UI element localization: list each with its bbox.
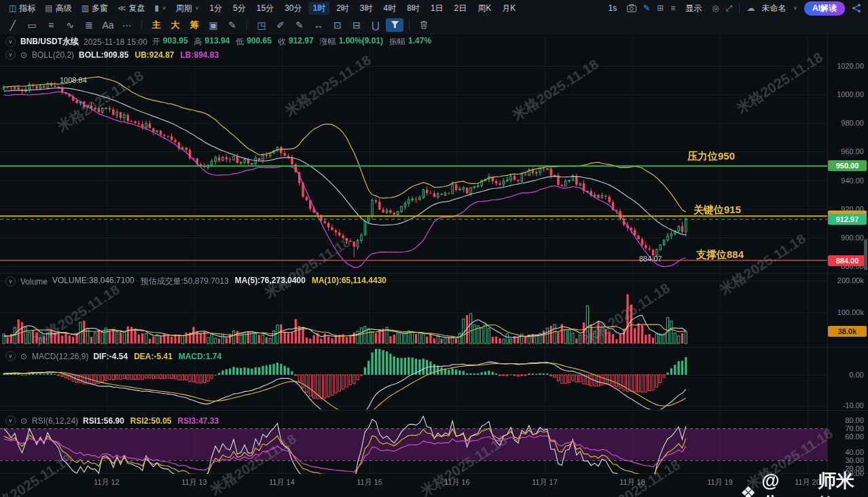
measure-icon[interactable]: ↔ — [310, 18, 327, 32]
more-tools-icon[interactable]: ⋯ — [118, 18, 136, 32]
large-chart-button[interactable]: 大 — [166, 18, 184, 32]
toolbar-icons-b: ◎⤢ — [712, 3, 732, 13]
price-tick-label: 1020.00 — [830, 62, 864, 70]
timeframe-30分[interactable]: 30分 — [281, 2, 306, 15]
toolbar-divider — [409, 20, 410, 30]
date-axis-label[interactable]: 11月 17 — [532, 477, 558, 487]
document-name[interactable]: 未命名 — [761, 3, 786, 14]
chart-canvas[interactable] — [0, 34, 868, 497]
date-axis-label[interactable]: 11月 15 — [357, 477, 382, 487]
date-axis-label[interactable]: 11月 16 — [444, 477, 470, 487]
period-button[interactable]: 周期∨ — [173, 3, 203, 14]
add-window-icon[interactable]: ⊞ — [657, 3, 664, 13]
current-price-badge: 912.97 — [828, 214, 867, 225]
date-axis-label[interactable]: 11月 19 — [707, 477, 733, 487]
field-label: 振幅 — [389, 36, 405, 48]
indicator-alert-icon[interactable]: ⊙ — [20, 416, 27, 426]
parallel-lines-tool-icon[interactable]: ≣ — [80, 18, 98, 32]
timeframe-5分[interactable]: 5分 — [229, 2, 250, 15]
timeframe-月K[interactable]: 月K — [498, 2, 520, 15]
collapse-chevron-icon[interactable]: ∨ — [5, 37, 16, 47]
indicator-value: VOLUME:38,046.7100 — [52, 276, 134, 287]
price-tick-label: 1000.00 — [830, 90, 864, 98]
date-axis-label[interactable]: 11月 12 — [94, 477, 120, 487]
advanced-icon: ▤ — [45, 3, 52, 13]
trendline-tool-icon[interactable]: ╱ — [4, 18, 22, 32]
resistance-annotation: 压力位950 — [687, 150, 735, 163]
chevron-down-icon: ∨ — [195, 5, 200, 11]
magnet-icon[interactable]: ⋃ — [367, 18, 384, 32]
filter-funnel-icon[interactable] — [386, 18, 403, 32]
delete-trash-icon[interactable] — [415, 18, 433, 32]
volume-header: ∨ Volume VOLUME:38,046.7100预估成交量:50,879.… — [5, 276, 386, 287]
boll-values: BOLL:909.85UB:924.87LB:894.83 — [79, 50, 219, 60]
date-axis-label[interactable]: 11月 18 — [619, 477, 645, 487]
screenshot-camera-icon[interactable] — [627, 4, 636, 12]
lines-tool-icon[interactable]: ≡ — [42, 18, 60, 32]
layout-2-icon[interactable]: ▣ — [204, 18, 222, 32]
field-value: 913.94 — [205, 36, 230, 48]
indicators-button[interactable]: ◫指标 — [5, 3, 39, 14]
ai-analyze-button[interactable]: AI解读 — [804, 1, 845, 16]
rectangle-tool-icon[interactable]: ▭ — [23, 18, 41, 32]
field-value: 900.65 — [247, 36, 272, 48]
wave-tool-icon[interactable]: ∿ — [61, 18, 79, 32]
note-icon[interactable]: ⊟ — [348, 18, 365, 32]
symbol-pair: BNB/USDT永续 — [20, 36, 79, 48]
brush-icon[interactable]: ✎ — [291, 18, 308, 32]
timeframe-1日[interactable]: 1日 — [427, 2, 448, 15]
timeframe-15分[interactable]: 15分 — [253, 2, 278, 15]
draw-pencil-icon[interactable]: ✎ — [223, 18, 241, 32]
timeframe-3时[interactable]: 3时 — [356, 2, 377, 15]
collapse-chevron-icon[interactable]: ∨ — [5, 50, 16, 60]
indicator-value: 预估成交量:50,879.7013 — [141, 276, 229, 287]
collapse-chevron-icon[interactable]: ∨ — [5, 416, 16, 426]
volume-tick-label: 100.00k — [830, 308, 864, 316]
timeframe-8时[interactable]: 8时 — [403, 2, 424, 15]
field-value: 903.95 — [163, 36, 188, 48]
text-tool-icon[interactable]: Aa — [99, 18, 117, 32]
rsi-values: RSI1:56.90RSI2:50.05RSI3:47.33 — [83, 416, 219, 426]
top-toolbar: ◫指标▤高级▥多窗≪复盘▮∨周期∨1分5分15分30分1时2时3时4时8时1日2… — [0, 0, 868, 17]
rsi-name: RSI(6,12,24) — [32, 416, 78, 426]
fullscreen-icon[interactable]: ⤢ — [726, 3, 733, 13]
indicator-alert-icon[interactable]: ⊙ — [20, 50, 27, 60]
date-axis-label[interactable]: 11月 13 — [181, 477, 207, 487]
copy-icon[interactable]: ◳ — [253, 18, 270, 32]
interval-1s-button[interactable]: 1s — [604, 3, 620, 13]
box-select-icon[interactable]: ⊡ — [329, 18, 346, 32]
collapse-chevron-icon[interactable]: ∨ — [5, 276, 16, 287]
support-annotation: 支撑位884 — [696, 248, 744, 261]
axis-scroll-handle[interactable] — [864, 239, 867, 270]
timeframe-2时[interactable]: 2时 — [332, 2, 353, 15]
timeframe-4时[interactable]: 4时 — [380, 2, 401, 15]
timeframe-周K[interactable]: 周K — [473, 2, 495, 15]
settings-target-icon[interactable]: ◎ — [712, 3, 719, 13]
pin-icon[interactable]: ✐ — [272, 18, 289, 32]
collapse-chevron-icon[interactable]: ∨ — [5, 351, 16, 361]
main-chart-button[interactable]: 主 — [147, 18, 165, 32]
timeframe-1时[interactable]: 1时 — [308, 2, 329, 15]
share-nodes-icon[interactable] — [852, 3, 861, 13]
replay-button[interactable]: ≪复盘 — [114, 3, 149, 14]
advanced-button-label: 高级 — [56, 3, 72, 14]
chips-button[interactable]: 筹 — [185, 18, 203, 32]
volume-profile-button[interactable]: ▮∨ — [151, 3, 170, 13]
timeframe-1分[interactable]: 1分 — [205, 2, 226, 15]
multi-window-button[interactable]: ▥多窗 — [78, 3, 111, 14]
field-value: 1.47% — [408, 36, 431, 48]
chart-area[interactable]: 米格2025.11.18米格2025.11.18米格2025.11.18米格20… — [0, 34, 868, 497]
display-button[interactable]: 显示 — [682, 3, 705, 14]
field-label: 涨幅 — [320, 36, 336, 48]
indicator-value: RSI1:56.90 — [83, 416, 124, 426]
indicator-value: MA(10):65,114.4430 — [312, 276, 386, 287]
advanced-button[interactable]: ▤高级 — [41, 3, 75, 14]
session-high-label: 1008.84 — [60, 76, 87, 84]
indicator-alert-icon[interactable]: ⊙ — [20, 352, 27, 361]
indicator-value: LB:894.83 — [181, 50, 219, 60]
chevron-down-icon[interactable]: ∨ — [793, 5, 797, 11]
timeframe-2日[interactable]: 2日 — [450, 2, 471, 15]
date-axis-label[interactable]: 11月 14 — [269, 477, 295, 487]
edit-pencil-icon[interactable]: ✎ — [643, 3, 650, 13]
list-menu-icon[interactable]: ≡ — [670, 3, 675, 13]
